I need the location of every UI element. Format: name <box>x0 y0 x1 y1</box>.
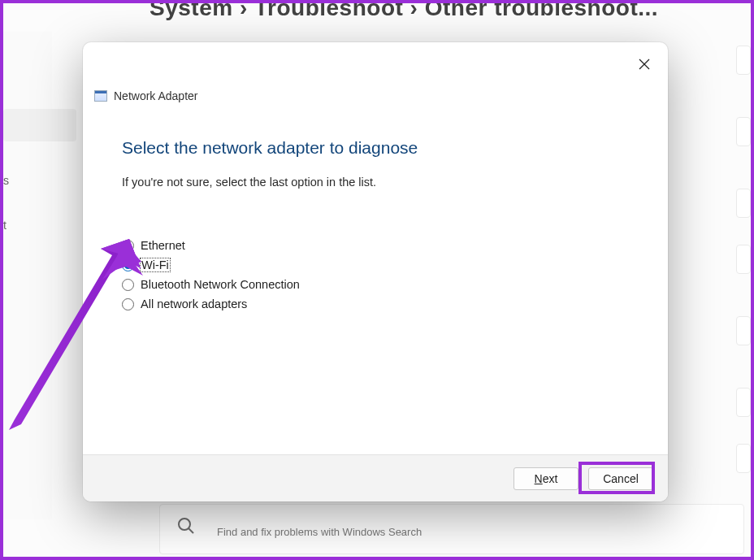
troubleshooter-icon <box>94 90 107 102</box>
radio-icon <box>122 240 134 252</box>
radio-icon <box>122 259 134 271</box>
radio-option-wifi[interactable]: Wi-Fi <box>122 258 635 271</box>
radio-label: All network adapters <box>141 297 247 310</box>
close-icon <box>639 59 650 70</box>
dialog-footer: Next Cancel <box>83 454 668 501</box>
next-label-rest: ext <box>543 472 558 485</box>
radio-option-bluetooth[interactable]: Bluetooth Network Connection <box>122 278 635 291</box>
dialog-window-title: Network Adapter <box>114 89 198 102</box>
radio-option-ethernet[interactable]: Ethernet <box>122 239 635 252</box>
dialog-title: Select the network adapter to diagnose <box>122 138 635 158</box>
dialog-subtitle: If you're not sure, select the last opti… <box>122 176 635 189</box>
radio-label: Ethernet <box>141 239 185 252</box>
dialog-header: Network Adapter <box>94 89 198 102</box>
radio-option-all[interactable]: All network adapters <box>122 297 635 310</box>
radio-label: Wi-Fi <box>141 258 170 271</box>
radio-icon <box>122 279 134 291</box>
close-button[interactable] <box>635 55 653 73</box>
next-button[interactable]: Next <box>514 467 578 490</box>
radio-label: Bluetooth Network Connection <box>141 278 300 291</box>
adapter-radio-group: Ethernet Wi-Fi Bluetooth Network Connect… <box>122 239 635 310</box>
cancel-button[interactable]: Cancel <box>588 467 653 490</box>
next-mnemonic: N <box>535 472 543 485</box>
radio-icon <box>122 298 134 310</box>
network-adapter-dialog: Network Adapter Select the network adapt… <box>83 42 668 501</box>
dialog-body: Select the network adapter to diagnose I… <box>122 138 635 310</box>
